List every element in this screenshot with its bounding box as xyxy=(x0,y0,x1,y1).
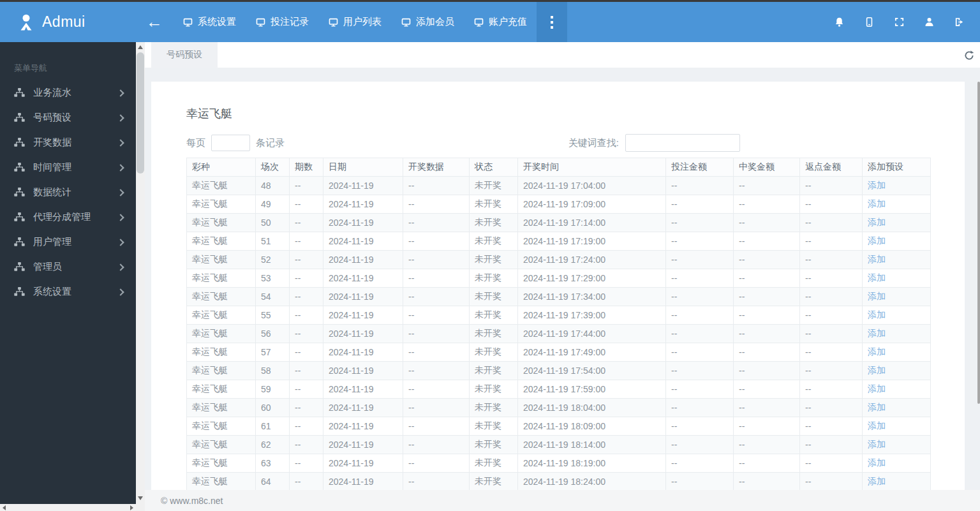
scroll-left-arrow[interactable] xyxy=(3,505,6,510)
table-cell: -- xyxy=(403,343,470,362)
table-cell: 未开奖 xyxy=(470,306,518,325)
chevron-right-icon xyxy=(117,189,124,196)
add-preset-link[interactable]: 添加 xyxy=(868,217,886,227)
table-cell: -- xyxy=(800,417,863,436)
table-cell: 2024-11-19 17:14:00 xyxy=(518,214,666,232)
mobile-view-button[interactable] xyxy=(863,17,875,28)
notifications-button[interactable] xyxy=(833,17,845,28)
table-cell: -- xyxy=(800,343,863,362)
table-row: 幸运飞艇57--2024-11-19--未开奖2024-11-19 17:49:… xyxy=(187,343,931,362)
table-cell: 未开奖 xyxy=(470,177,518,195)
add-preset-link[interactable]: 添加 xyxy=(868,439,886,449)
nav-item-label: 投注记录 xyxy=(271,16,309,28)
table-cell-action: 添加 xyxy=(863,195,931,214)
sidebar-item-user-management[interactable]: 用户管理 xyxy=(0,230,136,255)
table-cell-action: 添加 xyxy=(863,214,931,232)
nav-item-user-list[interactable]: 用户列表 xyxy=(318,2,391,42)
arrow-left-icon: ← xyxy=(146,12,163,32)
nav-item-bet-records[interactable]: 投注记录 xyxy=(246,2,318,42)
sidebar-item-data-statistics[interactable]: 数据统计 xyxy=(0,180,136,205)
scrollbar-thumb[interactable] xyxy=(137,52,144,174)
main-vertical-scrollbar-thumb[interactable] xyxy=(977,82,980,404)
table-row: 幸运飞艇59--2024-11-19--未开奖2024-11-19 17:59:… xyxy=(187,380,931,399)
table-cell: 2024-11-19 17:59:00 xyxy=(518,380,666,399)
add-preset-link[interactable]: 添加 xyxy=(868,272,886,283)
table-cell: -- xyxy=(666,306,734,325)
user-account-button[interactable] xyxy=(923,17,935,28)
add-preset-link[interactable]: 添加 xyxy=(868,180,886,190)
sidebar-horizontal-scrollbar[interactable] xyxy=(0,504,136,511)
table-cell: 2024-11-19 xyxy=(323,399,403,417)
add-preset-link[interactable]: 添加 xyxy=(868,254,886,264)
table-header-row: 彩种 场次 期数 日期 开奖数据 状态 开奖时间 投注金额 中奖金额 返点金额 … xyxy=(187,158,931,177)
table-cell: -- xyxy=(800,454,863,473)
table-cell: -- xyxy=(403,362,470,380)
add-preset-link[interactable]: 添加 xyxy=(868,198,886,209)
nav-item-account-recharge[interactable]: 账户充值 xyxy=(464,2,537,42)
table-cell: -- xyxy=(666,454,734,473)
add-preset-link[interactable]: 添加 xyxy=(868,309,886,320)
refresh-button[interactable] xyxy=(961,48,977,63)
table-cell: 2024-11-19 xyxy=(323,232,403,251)
add-preset-link[interactable]: 添加 xyxy=(868,291,886,301)
table-row: 幸运飞艇61--2024-11-19--未开奖2024-11-19 18:09:… xyxy=(187,417,931,436)
keyword-search-input[interactable] xyxy=(625,134,740,152)
add-preset-link[interactable]: 添加 xyxy=(868,402,886,412)
column-header-date: 日期 xyxy=(323,158,403,177)
table-cell: 62 xyxy=(256,436,290,454)
sidebar-item-business-flow[interactable]: 业务流水 xyxy=(0,80,136,105)
sidebar-item-agent-commission[interactable]: 代理分成管理 xyxy=(0,205,136,230)
table-cell: -- xyxy=(800,399,863,417)
scroll-up-arrow[interactable] xyxy=(138,45,143,49)
table-cell: 2024-11-19 17:39:00 xyxy=(518,306,666,325)
table-cell: 2024-11-19 xyxy=(323,454,403,473)
per-page-input[interactable] xyxy=(211,135,250,151)
sidebar-item-administrators[interactable]: 管理员 xyxy=(0,255,136,279)
table-cell: 55 xyxy=(256,306,290,325)
add-preset-link[interactable]: 添加 xyxy=(868,457,886,468)
table-cell: 49 xyxy=(256,195,290,214)
keyword-search-group: 关键词查找: xyxy=(568,134,740,152)
add-preset-link[interactable]: 添加 xyxy=(868,346,886,357)
table-row: 幸运飞艇52--2024-11-19--未开奖2024-11-19 17:24:… xyxy=(187,251,931,269)
sitemap-icon xyxy=(14,88,25,98)
add-preset-link[interactable]: 添加 xyxy=(868,420,886,431)
tab-number-preset[interactable]: 号码预设 xyxy=(151,42,218,68)
table-cell-action: 添加 xyxy=(863,399,931,417)
column-header-lottery: 彩种 xyxy=(187,158,256,177)
table-cell: 56 xyxy=(256,325,290,343)
scroll-down-arrow[interactable] xyxy=(138,496,143,500)
table-cell: -- xyxy=(666,269,734,288)
sidebar-item-time-management[interactable]: 时间管理 xyxy=(0,155,136,180)
sitemap-icon xyxy=(14,163,25,172)
add-preset-link[interactable]: 添加 xyxy=(868,235,886,246)
logout-button[interactable] xyxy=(953,17,965,28)
sidebar-item-draw-data[interactable]: 开奖数据 xyxy=(0,130,136,155)
table-cell: -- xyxy=(800,232,863,251)
sidebar-item-number-preset[interactable]: 号码预设 xyxy=(0,105,136,130)
back-button[interactable]: ← xyxy=(136,2,173,42)
add-preset-link[interactable]: 添加 xyxy=(868,383,886,394)
nav-item-add-member[interactable]: 添加会员 xyxy=(391,2,464,42)
sidebar-item-system-settings[interactable]: 系统设置 xyxy=(0,279,136,304)
nav-item-system-settings[interactable]: 系统设置 xyxy=(173,2,246,42)
table-cell: 2024-11-19 xyxy=(323,177,403,195)
add-preset-link[interactable]: 添加 xyxy=(868,476,886,486)
brand-logo[interactable]: Admui xyxy=(0,2,136,42)
fullscreen-button[interactable] xyxy=(893,17,905,28)
scroll-right-arrow[interactable] xyxy=(130,505,133,510)
table-cell: 2024-11-19 xyxy=(323,436,403,454)
table-cell: 幸运飞艇 xyxy=(187,214,256,232)
table-cell: -- xyxy=(290,380,323,399)
table-cell: -- xyxy=(800,288,863,306)
table-cell: 63 xyxy=(256,454,290,473)
sidebar-vertical-scrollbar[interactable] xyxy=(136,42,145,511)
column-header-status: 状态 xyxy=(470,158,518,177)
add-preset-link[interactable]: 添加 xyxy=(868,365,886,375)
column-header-draw-time: 开奖时间 xyxy=(518,158,666,177)
add-preset-link[interactable]: 添加 xyxy=(868,328,886,338)
nav-more-button[interactable] xyxy=(537,2,567,42)
table-cell: -- xyxy=(734,195,800,214)
table-cell: 52 xyxy=(256,251,290,269)
user-icon xyxy=(924,17,935,27)
